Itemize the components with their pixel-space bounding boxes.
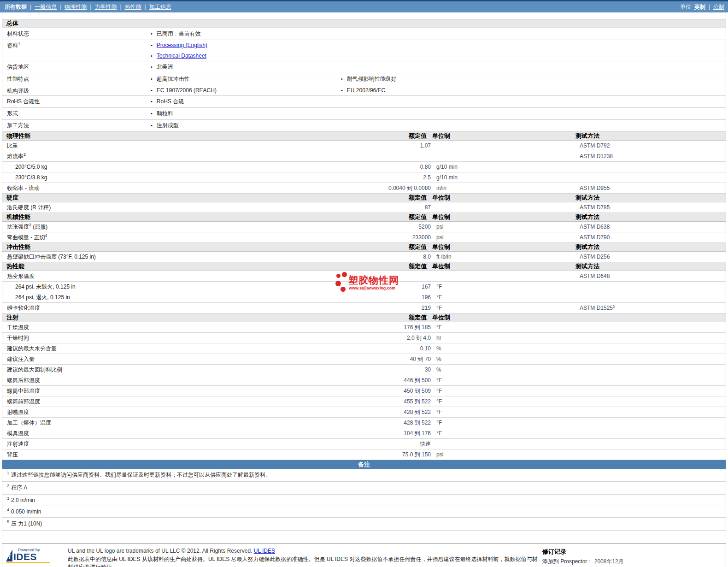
bullet-item: •超高抗冲击性 xyxy=(151,75,341,83)
property-label: 洛氏硬度 (R 计秤) xyxy=(2,204,366,212)
bullet-item: •EC 1907/2006 (REACH) xyxy=(151,87,341,94)
column-header-test-method: 测试方法 xyxy=(572,213,726,221)
note-item: 32.0 in/min xyxy=(2,495,726,506)
property-row: 230°C/3.8 kg2.5g/10 min xyxy=(2,172,726,183)
nav-tab-4[interactable]: 力学性能 xyxy=(94,3,117,11)
bullet-text: 北美洲 xyxy=(157,63,173,71)
footer-disclaimer: 此数据表中的信息由 UL IDES 从该材料的生产商处获得。UL IDES 尽最… xyxy=(68,555,540,567)
property-label: 模具温度 xyxy=(2,430,366,437)
property-unit: g/10 min xyxy=(431,174,576,181)
column-header-unit-system: 单位制 xyxy=(427,243,572,251)
nav-tab-3[interactable]: 物理性能 xyxy=(65,3,87,11)
column-header-test-method: 测试方法 xyxy=(572,243,726,251)
property-label: 建议注入量 xyxy=(2,355,366,363)
section-title: 硬度 xyxy=(2,194,362,202)
note-text: 通过这些链接您能够访问供应商资料。我们尽量保证及时更新资料；不过您可以从供应商处… xyxy=(11,472,271,478)
property-unit: hr xyxy=(431,335,576,341)
note-text: 压 力1 (10N) xyxy=(11,520,42,527)
property-row: 注射速度快速 xyxy=(2,439,726,449)
ul-ides-link[interactable]: UL IDES xyxy=(254,548,275,554)
test-method: ASTM D790 xyxy=(576,234,726,241)
property-label: 干燥时间 xyxy=(2,334,366,342)
doc-link[interactable]: Processing (English) xyxy=(157,42,207,48)
property-label-text: 材料状态 xyxy=(7,30,29,37)
property-label: 弯曲模量 - 正切4 xyxy=(2,234,366,242)
doc-link[interactable]: Technical Datasheet xyxy=(157,53,206,59)
units-label: 单位 xyxy=(680,3,691,11)
property-value: 2.5 xyxy=(366,174,431,181)
bullet-column-1: •超高抗冲击性 xyxy=(151,73,341,85)
property-label-text: 热变形温度 xyxy=(7,273,35,279)
nav-tab-1: 所有数据 xyxy=(5,3,27,11)
note-number: 1 xyxy=(7,471,9,475)
property-unit: °F xyxy=(431,324,576,331)
property-label-text: 洛氏硬度 (R 计秤) xyxy=(7,204,51,211)
property-unit: ft·lb/in xyxy=(431,254,576,260)
test-method-text: ASTM D256 xyxy=(580,254,610,260)
bullet-item: •EU 2002/96/EC xyxy=(341,87,726,94)
property-label-text: 螺筒中部温度 xyxy=(7,388,40,394)
property-label-text: 建议的最大水分含量 xyxy=(7,345,57,352)
property-value: 30 xyxy=(366,366,431,373)
property-row: 螺筒后部温度446 到 500°F xyxy=(2,375,726,386)
bullet-item: •颗粒料 xyxy=(151,110,341,118)
property-row: 背压75.0 到 150psi xyxy=(2,449,726,460)
footnote-ref: 5 xyxy=(613,304,615,308)
nav-tab-2[interactable]: 一般信息 xyxy=(35,3,57,11)
note-text: 0.050 in/min xyxy=(11,508,41,515)
bullet-column-2 xyxy=(341,32,726,36)
property-row: 螺筒中部温度450 到 509°F xyxy=(2,386,726,396)
property-label: 供货地区 xyxy=(2,61,151,71)
notes-list: 1通过这些链接您能够访问供应商资料。我们尽量保证及时更新资料；不过您可以从供应商… xyxy=(2,469,726,531)
column-header-test-method: 测试方法 xyxy=(572,262,726,271)
property-label: 螺筒中部温度 xyxy=(2,387,366,395)
property-unit: °F xyxy=(431,388,576,394)
note-item: 40.050 in/min xyxy=(2,506,726,518)
nav-tab-5[interactable]: 热性能 xyxy=(125,3,141,11)
bullet-column-2 xyxy=(341,49,726,53)
bullet-item: •已商用：当前有效 xyxy=(151,30,341,38)
column-header-test-method: 测试方法 xyxy=(572,132,726,140)
property-row: 264 psi, 未退火, 0.125 in167°F xyxy=(2,282,726,292)
properties-table: 总体材料状态•已商用：当前有效资料1•Processing (English)•… xyxy=(2,19,726,460)
section-title: 总体 xyxy=(2,19,362,28)
property-row: 200°C/5.0 kg0.80g/10 min xyxy=(2,162,726,172)
property-label-text: 加工（熔体）温度 xyxy=(7,419,51,426)
column-header-rated-value: 额定值 xyxy=(362,132,427,140)
bullet-item: •Processing (English) xyxy=(151,42,341,48)
nav-tab-6[interactable]: 加工信息 xyxy=(149,3,171,11)
unit-metric-link[interactable]: 公制 xyxy=(713,3,724,11)
column-header-rated-value: 额定值 xyxy=(362,213,427,221)
property-value: 104 到 176 xyxy=(366,430,431,437)
property-label: 加工（熔体）温度 xyxy=(2,419,366,427)
ides-logo[interactable]: Powered by i IDES xyxy=(6,548,65,567)
property-label: 螺筒前部温度 xyxy=(2,398,366,406)
property-label-text: 264 psi, 退火, 0.125 in xyxy=(15,294,70,301)
section-title: 物理性能 xyxy=(2,132,362,140)
property-unit: °F xyxy=(431,305,576,311)
footnote-ref: 4 xyxy=(45,233,47,238)
property-label: 资料1 xyxy=(2,40,151,50)
property-row: 干燥时间2.0 到 4.0hr xyxy=(2,333,726,343)
property-label-text: 资料 xyxy=(7,42,18,49)
property-row: 建议的最大水分含量0.10% xyxy=(2,343,726,354)
test-method: ASTM D785 xyxy=(576,204,726,211)
general-row: 资料1•Processing (English)•Technical Datas… xyxy=(2,40,726,61)
bullet-icon: • xyxy=(341,76,343,82)
property-label: 热变形温度 xyxy=(2,272,366,280)
test-method: ASTM D648 xyxy=(576,273,726,279)
property-value: 428 到 522 xyxy=(366,419,431,427)
section-header: 机械性能额定值单位制测试方法 xyxy=(2,213,726,222)
bullet-text: 耐气候影响性能良好 xyxy=(347,75,397,83)
section-title: 机械性能 xyxy=(2,213,362,221)
bullet-item: •耐气候影响性能良好 xyxy=(341,75,726,83)
property-value: 2.0 到 4.0 xyxy=(366,334,431,342)
property-row: 射嘴温度428 到 522°F xyxy=(2,407,726,418)
bullet-icon: • xyxy=(151,31,153,36)
property-label-text: 供货地区 xyxy=(7,64,29,70)
bullet-text: 超高抗冲击性 xyxy=(157,75,190,83)
property-label: 形式 xyxy=(2,108,151,118)
property-label: 收缩率 - 流动 xyxy=(2,184,366,192)
ides-triangle-icon: i xyxy=(6,549,12,561)
property-label-text: 注射速度 xyxy=(7,441,29,447)
